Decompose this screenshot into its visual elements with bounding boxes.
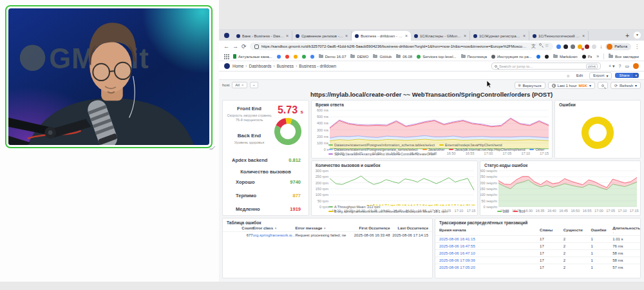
column-header[interactable]: Длительность ↓ (612, 226, 636, 234)
filter-icon[interactable]: ▼ (323, 227, 326, 230)
translate-icon[interactable]: 文 (531, 43, 536, 50)
export-button[interactable]: Export▾ (589, 72, 612, 79)
extension-light[interactable] (592, 44, 596, 49)
status-codes-chart[interactable]: 300 resp/m250 resp/m200 resp/m150 resp/m… (480, 168, 640, 209)
bookmark-item[interactable]: 06.08 (396, 54, 412, 59)
column-header[interactable]: First Occurrence (352, 226, 390, 230)
browser-menu-icon[interactable]: ⋮ (634, 44, 639, 50)
browser-tab[interactable]: 1С/Технологический журн× (529, 31, 589, 41)
profile-chip[interactable]: Работа (605, 43, 631, 50)
column-header[interactable]: Время начала (439, 228, 540, 232)
breadcrumb-item[interactable]: Business - drilldown (299, 64, 336, 68)
tab-close-icon[interactable]: × (405, 34, 408, 38)
column-header[interactable]: Ошибки (591, 228, 613, 232)
chart-legend[interactable]: 200500 (480, 209, 640, 215)
bookmark-item[interactable] (536, 54, 540, 59)
new-tab-button[interactable]: + (621, 32, 634, 41)
browser-tab[interactable]: Сравнение релизов - Busin× (292, 31, 352, 41)
bookmarks-overflow-icon[interactable]: » (596, 54, 599, 59)
add-filter-button[interactable]: + (250, 82, 259, 88)
favorite-star-icon[interactable]: ☆ (566, 73, 569, 78)
address-bar[interactable]: https://sandbox.gmonit.ru/d/b3257072-0ad… (250, 43, 554, 50)
lens-search-icon[interactable] (539, 43, 542, 46)
apps-grid-icon[interactable] (224, 54, 229, 59)
refresh-button[interactable]: ⟳ Refresh ▾ (611, 82, 641, 89)
legend-item[interactable]: Java/jdk.internal.net.http.HttpClientImp… (449, 148, 525, 151)
legend-item[interactable]: Datastore/statement/Postgres/generate_se… (328, 148, 418, 151)
response-time-chart[interactable]: 600 ms500 ms400 ms300 ms200 ms100 ms0 s1… (312, 107, 552, 143)
error-class-link[interactable]: org.springframework.w... (253, 233, 296, 237)
column-header[interactable]: Error class ▼ (253, 226, 296, 230)
bookmark-item[interactable] (277, 54, 281, 59)
throughput-chart[interactable]: 300 rpm250 rpm200 rpm150 rpm100 rpm50 rp… (312, 168, 477, 205)
legend-item[interactable]: Java/other (422, 148, 445, 151)
remove-filter-icon[interactable]: × (242, 83, 244, 87)
bookmark-item[interactable]: Demo 16.07 (319, 54, 346, 59)
webcam-video[interactable]: GMonit (5, 5, 213, 148)
trace-start-time-link[interactable]: 2025-08-06 17:09:36 (439, 258, 540, 262)
news-icon[interactable]: ▭ (625, 64, 629, 69)
trace-start-time-link[interactable]: 2025-08-06 17:05:20 (439, 266, 540, 269)
breadcrumb-item[interactable]: Dashboards (249, 64, 272, 68)
back-icon[interactable]: ← (223, 44, 229, 50)
share-caret-button[interactable]: ▾ (633, 73, 639, 78)
tab-close-icon[interactable]: × (345, 34, 348, 38)
errors-donut-chart[interactable] (581, 116, 614, 150)
zoom-out-button[interactable] (598, 82, 608, 89)
tab-list-caret-icon[interactable]: ▾ (634, 32, 641, 39)
legend-item[interactable]: Other (529, 148, 544, 151)
legend-item[interactable]: 500 (513, 209, 525, 213)
bookmark-item[interactable]: Актуальные кана... (233, 54, 272, 59)
pinned-tab-favicon[interactable] (224, 33, 229, 38)
bookmark-item[interactable]: DEMO (350, 54, 368, 59)
bookmark-item[interactable]: Services top-level... (417, 54, 456, 59)
breadcrumb-item[interactable]: Home (232, 64, 243, 68)
extension-gray[interactable] (571, 44, 575, 49)
back-to-dashboard-button[interactable]: ⧉ Вернуться (515, 82, 545, 89)
trace-start-time-link[interactable]: 2025-08-06 16:47:10 (439, 251, 540, 255)
forward-icon[interactable]: → (232, 44, 238, 50)
chart-legend[interactable]: Datastore/statement/Postgres/information… (312, 143, 552, 158)
bookmark-item[interactable]: Инструкция по ра... (491, 54, 532, 59)
column-header[interactable]: Last Occurrence (390, 226, 428, 230)
browser-tab[interactable]: 1С/Кластеры - GMonit - Da× (411, 31, 470, 41)
extension-black[interactable] (564, 44, 568, 49)
bookmark-item[interactable]: Markdown (553, 54, 578, 59)
share-button[interactable]: Share (615, 73, 633, 78)
legend-item[interactable]: Datastore/statement/Postgres/information… (328, 143, 435, 147)
filter-icon[interactable]: ▼ (274, 227, 277, 230)
legend-item[interactable]: External/nodejs/JavaHttpClient/send (439, 143, 502, 147)
bookmark-star-icon[interactable]: ☆ (545, 43, 549, 50)
browser-tab[interactable]: 1С/Журнал регистрации -× (470, 31, 529, 41)
help-icon[interactable]: ? (618, 64, 621, 68)
trace-start-time-link[interactable]: 2025-08-06 16:41:15 (439, 237, 540, 241)
column-header[interactable]: Спаны (540, 228, 564, 232)
reload-icon[interactable]: ⟳ (242, 44, 247, 50)
bookmark-item[interactable] (302, 54, 306, 59)
trace-start-time-link[interactable]: 2025-08-06 16:47:55 (439, 244, 540, 248)
legend-item[interactable]: 200 (497, 209, 509, 213)
extension-shield[interactable]: 1 (578, 44, 582, 49)
extension-darkred[interactable] (585, 44, 589, 49)
column-header[interactable]: Error message ▼ (295, 226, 352, 230)
back-end-health-donut[interactable] (274, 117, 302, 146)
grafana-avatar[interactable] (633, 63, 639, 69)
tab-close-icon[interactable]: × (464, 34, 466, 38)
tab-close-icon[interactable]: × (286, 34, 289, 38)
bookmark-item[interactable] (294, 54, 298, 59)
bookmark-item[interactable]: Песочница (461, 54, 488, 59)
all-bookmarks-button[interactable]: Все закладки (609, 55, 639, 59)
bookmark-item[interactable] (310, 54, 314, 59)
legend-item[interactable]: A Throughput Mean: 212 rpm (328, 205, 380, 209)
legend-item[interactable]: B org.springframework.web.util.NestedSer… (328, 209, 448, 213)
bookmark-item[interactable]: GitHub (373, 54, 392, 59)
tab-close-icon[interactable]: × (523, 34, 526, 38)
column-header[interactable]: Count (227, 226, 253, 230)
new-dashboard-button[interactable]: + ▾ (609, 64, 615, 69)
filter-value-pill[interactable]: All × (232, 82, 247, 88)
bookmark-item[interactable] (545, 54, 549, 59)
edit-button[interactable]: Edit (573, 73, 586, 78)
column-header[interactable]: Сущности (564, 228, 591, 232)
tab-close-icon[interactable]: × (582, 34, 585, 38)
bookmark-item[interactable]: Разобрать (582, 54, 592, 59)
